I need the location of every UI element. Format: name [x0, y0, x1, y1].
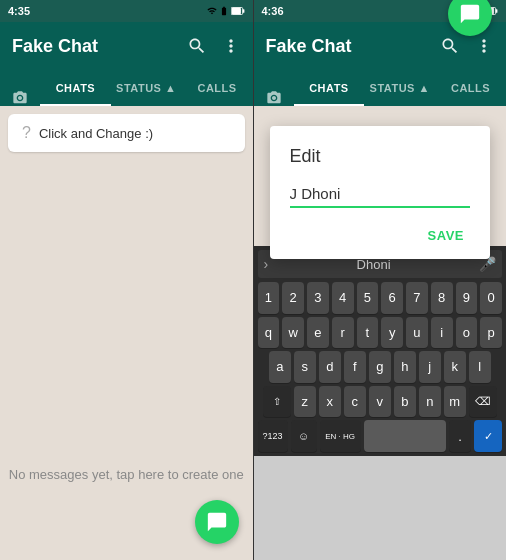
keyboard-area: › Dhoni 🎤 1 2 3 4 5 6 7 8 9 0 q w — [254, 246, 507, 456]
key-6[interactable]: 6 — [381, 282, 403, 314]
key-3[interactable]: 3 — [307, 282, 329, 314]
key-lang[interactable]: EN · HG — [320, 420, 361, 452]
key-shift[interactable]: ⇧ — [263, 386, 291, 418]
chats-tab-right[interactable]: CHATS — [294, 70, 365, 106]
status-tab-left[interactable]: STATUS ▲ — [111, 70, 182, 106]
content-right: Edit SAVE — [254, 106, 507, 246]
keyboard-rows: 1 2 3 4 5 6 7 8 9 0 q w e r t y u i — [258, 282, 503, 452]
key-c[interactable]: c — [344, 386, 366, 418]
app-bar-icons-left — [187, 36, 241, 56]
left-panel: 4:35 Fake Chat CHATS STATUS ▲ CALLS — [0, 0, 253, 560]
key-2[interactable]: 2 — [282, 282, 304, 314]
camera-tab[interactable] — [0, 90, 40, 106]
key-l[interactable]: l — [469, 351, 491, 383]
key-b[interactable]: b — [394, 386, 416, 418]
key-r[interactable]: r — [332, 317, 354, 349]
key-space[interactable] — [364, 420, 446, 452]
key-u[interactable]: u — [406, 317, 428, 349]
app-bar-left: Fake Chat — [0, 22, 253, 70]
click-card-text: Click and Change :) — [39, 126, 153, 141]
status-tab-right[interactable]: STATUS ▲ — [364, 70, 435, 106]
edit-input[interactable] — [290, 183, 471, 208]
tabs-left: CHATS STATUS ▲ CALLS — [0, 70, 253, 106]
key-m[interactable]: m — [444, 386, 466, 418]
key-e[interactable]: e — [307, 317, 329, 349]
key-f[interactable]: f — [344, 351, 366, 383]
camera-tab-right[interactable] — [254, 90, 294, 106]
key-4[interactable]: 4 — [332, 282, 354, 314]
key-s[interactable]: s — [294, 351, 316, 383]
key-d[interactable]: d — [319, 351, 341, 383]
key-a[interactable]: a — [269, 351, 291, 383]
kb-row-asdf: a s d f g h j k l — [258, 351, 503, 383]
key-g[interactable]: g — [369, 351, 391, 383]
edit-dialog-title: Edit — [290, 146, 471, 167]
key-y[interactable]: y — [381, 317, 403, 349]
app-title-left: Fake Chat — [12, 36, 98, 57]
content-left: ? Click and Change :) No messages yet, t… — [0, 106, 253, 560]
right-panel: 4:36 Fake Chat CHATS STATUS ▲ CALLS — [254, 0, 507, 560]
key-j[interactable]: j — [419, 351, 441, 383]
no-messages[interactable]: No messages yet, tap here to create one — [0, 459, 253, 490]
help-icon: ? — [22, 124, 31, 142]
kb-row-zxcv: ⇧ z x c v b n m ⌫ — [258, 386, 503, 418]
time-right: 4:36 — [262, 5, 284, 17]
app-bar-icons-right — [440, 36, 494, 56]
more-icon-left[interactable] — [221, 36, 241, 56]
edit-dialog: Edit SAVE — [270, 126, 491, 259]
status-bar-left: 4:35 — [0, 0, 253, 22]
key-w[interactable]: w — [282, 317, 304, 349]
svg-rect-2 — [242, 9, 244, 13]
search-icon-left[interactable] — [187, 36, 207, 56]
edit-dialog-actions: SAVE — [290, 224, 471, 247]
save-button[interactable]: SAVE — [422, 224, 470, 247]
key-9[interactable]: 9 — [456, 282, 478, 314]
key-i[interactable]: i — [431, 317, 453, 349]
calls-tab-right[interactable]: CALLS — [435, 70, 506, 106]
key-k[interactable]: k — [444, 351, 466, 383]
key-5[interactable]: 5 — [357, 282, 379, 314]
svg-rect-1 — [231, 8, 240, 14]
key-q[interactable]: q — [258, 317, 280, 349]
key-8[interactable]: 8 — [431, 282, 453, 314]
key-p[interactable]: p — [480, 317, 502, 349]
kb-row-bottom: ?123 ☺ EN · HG . ✓ — [258, 420, 503, 452]
key-h[interactable]: h — [394, 351, 416, 383]
compose-fab-left[interactable] — [195, 500, 239, 544]
time-left: 4:35 — [8, 5, 30, 17]
key-period[interactable]: . — [449, 420, 471, 452]
key-t[interactable]: t — [357, 317, 379, 349]
key-x[interactable]: x — [319, 386, 341, 418]
key-o[interactable]: o — [456, 317, 478, 349]
kb-row-qwerty: q w e r t y u i o p — [258, 317, 503, 349]
chats-tab-left[interactable]: CHATS — [40, 70, 111, 106]
app-title-right: Fake Chat — [266, 36, 352, 57]
search-icon-right[interactable] — [440, 36, 460, 56]
svg-rect-5 — [496, 9, 498, 13]
key-n[interactable]: n — [419, 386, 441, 418]
key-num[interactable]: ?123 — [258, 420, 288, 452]
key-7[interactable]: 7 — [406, 282, 428, 314]
kb-row-numbers: 1 2 3 4 5 6 7 8 9 0 — [258, 282, 503, 314]
click-card[interactable]: ? Click and Change :) — [8, 114, 245, 152]
key-0[interactable]: 0 — [480, 282, 502, 314]
key-action[interactable]: ✓ — [474, 420, 502, 452]
calls-tab-left[interactable]: CALLS — [182, 70, 253, 106]
key-z[interactable]: z — [294, 386, 316, 418]
key-emoji[interactable]: ☺ — [291, 420, 317, 452]
key-v[interactable]: v — [369, 386, 391, 418]
key-backspace[interactable]: ⌫ — [469, 386, 497, 418]
more-icon-right[interactable] — [474, 36, 494, 56]
tabs-right: CHATS STATUS ▲ CALLS — [254, 70, 507, 106]
key-1[interactable]: 1 — [258, 282, 280, 314]
status-icons-left — [207, 6, 245, 16]
